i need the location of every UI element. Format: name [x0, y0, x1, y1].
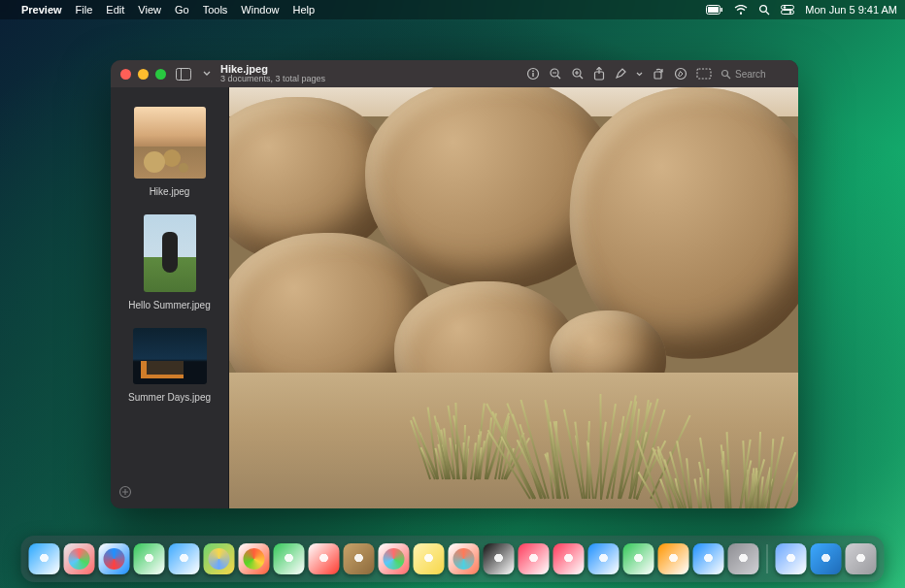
menu-bar: Preview File Edit View Go Tools Window H… [0, 0, 905, 19]
window-subtitle: 3 documents, 3 total pages [220, 75, 325, 84]
window-zoom-button[interactable] [155, 69, 166, 80]
dock-app-safari[interactable] [99, 543, 130, 574]
markup-button[interactable] [674, 67, 687, 81]
share-button[interactable] [593, 67, 605, 81]
thumbnail-image [134, 107, 206, 179]
thumbnail-label: Hike.jpeg [118, 186, 220, 197]
desktop-wallpaper: Preview File Edit View Go Tools Window H… [0, 0, 905, 588]
crop-button[interactable] [696, 68, 712, 80]
menu-edit[interactable]: Edit [106, 4, 124, 16]
add-page-button[interactable] [118, 485, 132, 503]
dock-app-contacts[interactable] [344, 543, 375, 574]
svg-rect-24 [654, 72, 661, 79]
dock-app-mail[interactable] [169, 543, 200, 574]
svg-line-17 [557, 76, 560, 79]
menu-file[interactable]: File [76, 4, 93, 16]
svg-rect-7 [782, 11, 794, 15]
dock-app-app-store[interactable] [693, 543, 724, 574]
svg-rect-6 [782, 6, 794, 10]
svg-rect-26 [697, 69, 711, 79]
dock-app-freeform[interactable] [449, 543, 480, 574]
svg-point-27 [722, 70, 728, 76]
dock-app-news[interactable] [553, 543, 585, 574]
dock-app-trash[interactable] [846, 543, 877, 574]
dock-app-photos[interactable] [239, 543, 270, 574]
svg-rect-14 [532, 73, 533, 77]
thumbnail-label: Summer Days.jpeg [118, 392, 220, 403]
sidebar-thumbnail[interactable]: Hike.jpeg [118, 107, 220, 197]
dock-app-system-settings[interactable] [728, 543, 759, 574]
dock-app-notes[interactable] [414, 543, 445, 574]
highlight-button[interactable] [614, 67, 627, 81]
dock-app-downloads[interactable] [811, 543, 842, 574]
svg-line-21 [580, 76, 583, 79]
info-button[interactable] [526, 67, 540, 81]
svg-line-5 [766, 12, 769, 15]
search-icon [721, 69, 731, 80]
dock-app-launchpad[interactable] [64, 543, 95, 574]
svg-point-4 [760, 6, 767, 13]
sidebar-thumbnail[interactable]: Hello Summer.jpeg [118, 214, 220, 310]
svg-rect-1 [708, 7, 719, 13]
thumbnail-image [144, 214, 196, 292]
thumbnail-image [133, 328, 207, 384]
dock-separator [767, 544, 768, 573]
wifi-icon[interactable] [734, 5, 748, 15]
svg-point-3 [740, 12, 742, 14]
spotlight-icon[interactable] [758, 4, 770, 16]
zoom-in-button[interactable] [571, 67, 585, 81]
menu-tools[interactable]: Tools [203, 4, 228, 16]
image-canvas[interactable] [229, 87, 798, 508]
app-menu-preview[interactable]: Preview [21, 4, 62, 16]
toolbar-search-field[interactable]: Search [721, 69, 788, 80]
highlight-chevron-icon[interactable] [636, 72, 643, 77]
dock-app-calendar[interactable] [309, 543, 340, 574]
window-minimize-button[interactable] [138, 69, 149, 80]
dock-app-messages[interactable] [134, 543, 165, 574]
svg-line-28 [727, 76, 730, 79]
svg-point-9 [789, 11, 791, 13]
dock [21, 536, 885, 582]
svg-rect-2 [721, 8, 723, 12]
dock-app-keynote[interactable] [588, 543, 620, 574]
svg-rect-10 [177, 68, 191, 80]
window-close-button[interactable] [120, 69, 131, 80]
preview-window: Hike.jpeg 3 documents, 3 total pages Sea… [111, 60, 798, 508]
menu-help[interactable]: Help [292, 4, 315, 16]
sidebar-toggle-button[interactable] [176, 68, 193, 81]
control-center-icon[interactable] [781, 5, 794, 15]
sidebar-toggle-chevron-icon[interactable] [203, 71, 211, 77]
menu-view[interactable]: View [138, 4, 161, 16]
svg-point-8 [784, 6, 786, 8]
window-titlebar[interactable]: Hike.jpeg 3 documents, 3 total pages Sea… [111, 60, 798, 87]
battery-icon[interactable] [706, 5, 723, 15]
dock-app-finder[interactable] [29, 543, 60, 574]
dock-app-numbers[interactable] [623, 543, 654, 574]
menu-go[interactable]: Go [175, 4, 189, 16]
menu-window[interactable]: Window [241, 4, 279, 16]
svg-point-25 [676, 69, 687, 80]
menu-bar-clock[interactable]: Mon Jun 5 9:41 AM [805, 4, 897, 16]
dock-app-reminders[interactable] [379, 543, 410, 574]
sidebar-thumbnail[interactable]: Summer Days.jpeg [118, 328, 220, 403]
search-placeholder: Search [735, 69, 766, 80]
dock-app-music[interactable] [519, 543, 550, 574]
rotate-button[interactable] [652, 67, 665, 81]
dock-app-preview[interactable] [776, 543, 807, 574]
dock-app-pages[interactable] [658, 543, 689, 574]
dock-app-facetime[interactable] [274, 543, 305, 574]
thumbnail-label: Hello Summer.jpeg [118, 300, 220, 310]
zoom-out-button[interactable] [549, 67, 562, 81]
dock-app-maps[interactable] [204, 543, 235, 574]
svg-point-13 [532, 70, 534, 72]
dock-app-tv[interactable] [484, 543, 515, 574]
thumbnail-sidebar[interactable]: Hike.jpegHello Summer.jpegSummer Days.jp… [111, 87, 229, 508]
